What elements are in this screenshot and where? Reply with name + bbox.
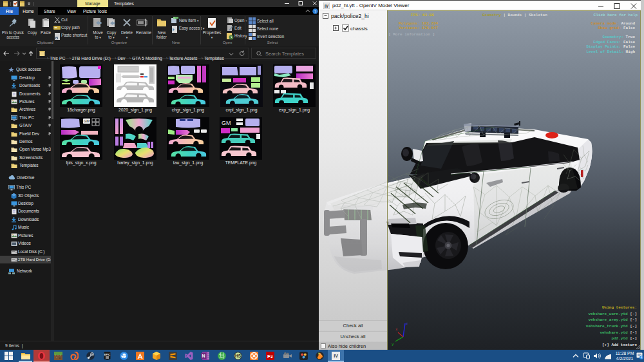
- svg-text:GM: GM: [84, 119, 90, 123]
- svg-text:N: N: [202, 354, 205, 358]
- svg-text:Fz: Fz: [267, 354, 273, 359]
- svg-text:y: y: [392, 342, 394, 347]
- svg-text:z: z: [406, 321, 408, 326]
- svg-text:EPIC: EPIC: [104, 353, 110, 356]
- svg-text:4: 4: [641, 356, 643, 359]
- svg-text:IV: IV: [334, 354, 338, 358]
- svg-text:?: ?: [314, 8, 316, 13]
- svg-text:HS: HS: [235, 354, 242, 358]
- svg-text:GM: GM: [222, 120, 231, 126]
- svg-text:x: x: [395, 327, 398, 332]
- svg-text:IV: IV: [325, 4, 329, 8]
